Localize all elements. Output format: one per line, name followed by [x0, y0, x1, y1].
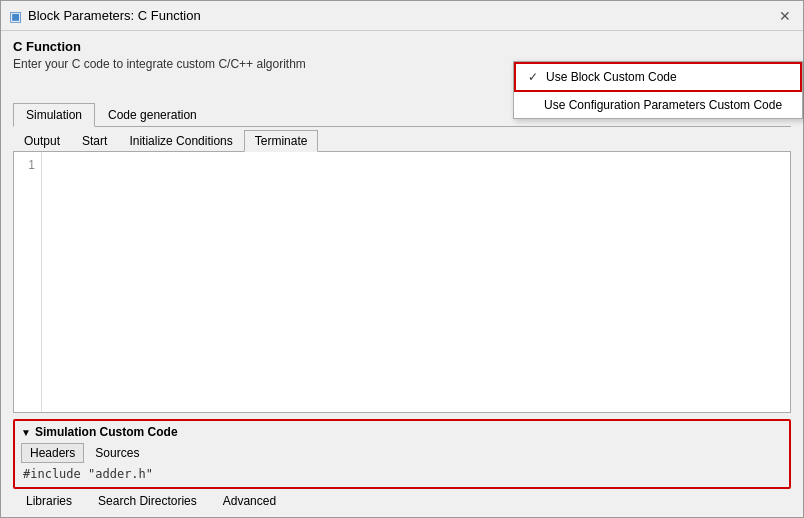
code-area: 1 [13, 152, 791, 413]
close-button[interactable]: ✕ [775, 6, 795, 26]
subtab-terminate[interactable]: Terminate [244, 130, 319, 152]
subtab-initialize-conditions[interactable]: Initialize Conditions [118, 130, 243, 151]
sim-sub-tabs: Headers Sources [21, 443, 783, 463]
sub-tabs: Output Start Initialize Conditions Termi… [13, 127, 791, 152]
sim-section-title: Simulation Custom Code [35, 425, 178, 439]
bottom-tab-libraries[interactable]: Libraries [15, 491, 83, 511]
tab-simulation[interactable]: Simulation [13, 103, 95, 127]
main-window: ▣ Block Parameters: C Function ✕ C Funct… [0, 0, 804, 518]
subtab-output[interactable]: Output [13, 130, 71, 151]
sim-subtab-sources[interactable]: Sources [86, 443, 148, 463]
dropdown-item-label-1: Use Block Custom Code [546, 70, 677, 84]
simulation-custom-code-section: ▼ Simulation Custom Code Headers Sources… [13, 419, 791, 489]
dropdown-item-use-config[interactable]: Use Configuration Parameters Custom Code [514, 92, 802, 118]
sim-subtab-headers[interactable]: Headers [21, 443, 84, 463]
section-title: C Function [13, 39, 791, 54]
collapse-triangle-icon: ▼ [21, 427, 31, 438]
sim-section-header: ▼ Simulation Custom Code [21, 425, 783, 439]
line-numbers: 1 [14, 152, 42, 412]
bottom-tabs: Libraries Search Directories Advanced [15, 491, 791, 511]
code-editor[interactable] [42, 152, 790, 412]
window-icon: ▣ [9, 8, 22, 24]
dropdown-item-label-2: Use Configuration Parameters Custom Code [544, 98, 782, 112]
title-bar-left: ▣ Block Parameters: C Function [9, 8, 201, 24]
tab-code-generation[interactable]: Code generation [95, 103, 210, 126]
dropdown-menu: ✓ Use Block Custom Code Use Configuratio… [513, 61, 803, 119]
bottom-tab-search-directories[interactable]: Search Directories [87, 491, 208, 511]
line-number-1: 1 [20, 156, 35, 174]
window-title: Block Parameters: C Function [28, 8, 201, 23]
title-bar: ▣ Block Parameters: C Function ✕ [1, 1, 803, 31]
main-content: C Function Enter your C code to integrat… [1, 31, 803, 517]
subtab-start[interactable]: Start [71, 130, 118, 151]
dropdown-item-use-block[interactable]: ✓ Use Block Custom Code [514, 62, 802, 92]
bottom-tab-advanced[interactable]: Advanced [212, 491, 287, 511]
check-icon: ✓ [528, 70, 540, 84]
sim-code-value: #include "adder.h" [21, 467, 783, 481]
